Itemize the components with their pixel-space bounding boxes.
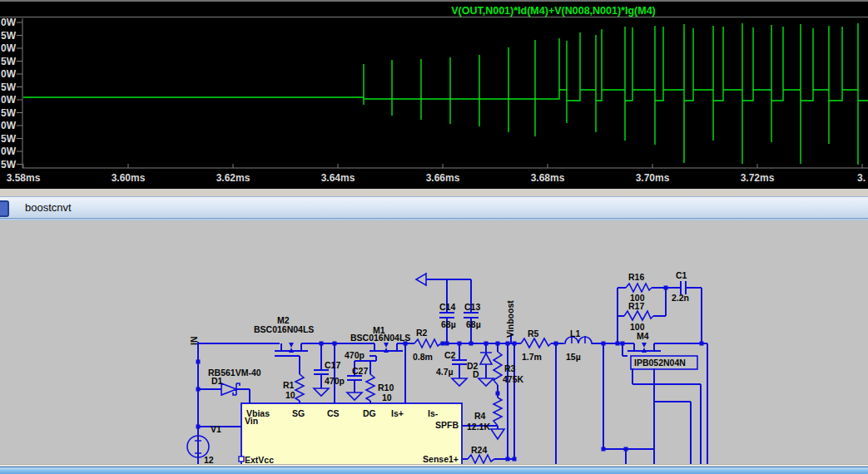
c17-name[interactable]: C17: [325, 360, 340, 370]
schematic-titlebar[interactable]: boostcnvt: [0, 197, 868, 219]
c14-name[interactable]: C14: [439, 302, 455, 312]
extvcc-pin-square: [239, 457, 244, 462]
resistor-r4[interactable]: R4 12.1K: [467, 397, 504, 439]
y-axis-label: 0W: [1, 17, 17, 28]
m4-name[interactable]: M4: [637, 331, 649, 341]
plot-frame: [22, 18, 868, 168]
y-axis: 0W5W0W5W0W5W0W5W0W5W0W5W: [1, 17, 22, 170]
schematic-canvas[interactable]: IN Vinboost V1 12 RB561VM-40 D1 M2 BSC01…: [0, 220, 868, 464]
y-axis-label: 0W: [1, 68, 17, 80]
x-axis-label: 3.70ms: [636, 172, 670, 184]
r4-name[interactable]: R4: [474, 411, 486, 421]
resistor-r10[interactable]: R10 10: [366, 374, 394, 402]
voltage-source-v1[interactable]: V1 12: [187, 424, 221, 464]
c1-name[interactable]: C1: [676, 270, 687, 280]
c14-value[interactable]: 68µ: [441, 319, 456, 329]
r17-name[interactable]: R17: [628, 301, 644, 311]
inductor-l1[interactable]: L1 15µ: [563, 328, 593, 362]
c1-value[interactable]: 2.2n: [672, 293, 689, 303]
capacitor-c1[interactable]: C1 2.2n: [672, 270, 689, 303]
diode-d2[interactable]: D2 D: [467, 353, 494, 386]
capacitor-c14[interactable]: C14 68µ: [439, 302, 456, 329]
y-axis-label: 0W: [1, 146, 17, 157]
port-flag-icon[interactable]: [416, 274, 426, 285]
capacitor-c13[interactable]: C13 68µ: [464, 302, 481, 329]
schematic-window-title: boostcnvt: [25, 201, 72, 214]
resistor-r24[interactable]: R24: [468, 445, 494, 463]
c17-value[interactable]: 470p: [325, 376, 345, 386]
diode-d1[interactable]: RB561VM-40 D1: [208, 368, 261, 395]
r2-value[interactable]: 0.8m: [413, 352, 433, 362]
c27-name[interactable]: C27: [352, 366, 368, 376]
r24-name[interactable]: R24: [471, 445, 487, 455]
y-axis-label: 0W: [1, 42, 17, 54]
x-axis: 3.58ms3.60ms3.62ms3.64ms3.66ms3.68ms3.70…: [7, 164, 866, 184]
power-trace[interactable]: [23, 23, 868, 165]
ic-pin-isminus: Is-: [428, 408, 439, 418]
resistor-r1[interactable]: R1 10: [283, 374, 304, 401]
ic-pin-extvcc: ExtVcc: [245, 455, 274, 464]
l1-name[interactable]: L1: [570, 328, 580, 338]
y-axis-label: 5W: [1, 159, 17, 170]
resistor-r3[interactable]: R3 475K: [494, 352, 524, 385]
r1-value[interactable]: 10: [285, 390, 295, 400]
net-label-vinboost[interactable]: Vinboost: [505, 300, 515, 338]
controller-ic[interactable]: Vbias SG CS DG Is+ Is- Vin ExtVcc SPFB S…: [239, 403, 462, 464]
m2-value[interactable]: BSC016N04LS: [254, 324, 314, 334]
resistor-r5[interactable]: R5 1.7m: [521, 328, 551, 362]
waveform-plot[interactable]: V(OUT,N001)*Id(M4)+V(N008,N001)*Ig(M4) 0…: [0, 2, 868, 189]
mosfet-m2[interactable]: M2 BSC016N04LS: [254, 315, 314, 356]
c13-value[interactable]: 68µ: [466, 319, 481, 329]
ic-pin-sg: SG: [292, 408, 305, 418]
resistor-r17[interactable]: R17 100: [624, 301, 653, 332]
r10-name[interactable]: R10: [378, 383, 394, 393]
ic-pin-dg: DG: [363, 408, 376, 418]
r5-value[interactable]: 1.7m: [522, 352, 542, 362]
bottom-window-edge: [0, 467, 868, 474]
resistor-r16[interactable]: R16 100: [626, 272, 652, 303]
d1-name[interactable]: D1: [211, 376, 223, 386]
net-label-in[interactable]: IN: [189, 337, 199, 346]
r3-value[interactable]: 475K: [503, 374, 524, 384]
y-axis-label: 5W: [1, 30, 17, 42]
r5-name[interactable]: R5: [528, 328, 539, 338]
c13-name[interactable]: C13: [464, 302, 480, 312]
mosfet-m4[interactable]: M4 IPB052N04N: [622, 331, 697, 369]
capacitor-c2[interactable]: C2 4.7µ: [436, 350, 467, 386]
r2-name[interactable]: R2: [416, 328, 428, 338]
trace-expression-label[interactable]: V(OUT,N001)*Id(M4)+V(N008,N001)*Ig(M4): [451, 5, 656, 17]
y-axis-label: 5W: [1, 81, 17, 93]
m1-value[interactable]: BSC016N04LS: [350, 333, 410, 343]
x-axis-label: 3.: [857, 172, 866, 184]
pane-separator: [0, 189, 868, 197]
x-axis-label: 3.62ms: [216, 172, 250, 184]
r10-value[interactable]: 10: [382, 393, 392, 402]
y-axis-label: 5W: [1, 107, 17, 119]
resistor-r2[interactable]: R2 0.8m: [413, 328, 441, 362]
waveform-pane[interactable]: V(OUT,N001)*Id(M4)+V(N008,N001)*Ig(M4) 0…: [0, 2, 868, 189]
schematic-pane[interactable]: IN Vinboost V1 12 RB561VM-40 D1 M2 BSC01…: [0, 219, 868, 466]
r3-name[interactable]: R3: [504, 363, 516, 373]
m4-value[interactable]: IPB052N04N: [634, 358, 686, 368]
r16-name[interactable]: R16: [628, 272, 644, 282]
c2-name[interactable]: C2: [444, 350, 456, 360]
ic-pin-vin: Vin: [245, 416, 258, 426]
r4-value[interactable]: 12.1K: [467, 422, 490, 432]
y-axis-label: 0W: [1, 94, 17, 106]
c2-value[interactable]: 4.7µ: [436, 367, 454, 377]
l1-value[interactable]: 15µ: [566, 352, 581, 362]
r1-name[interactable]: R1: [283, 380, 295, 390]
capacitor-c27[interactable]: 470p C27: [345, 350, 368, 400]
x-axis-label: 3.72ms: [741, 172, 775, 184]
y-axis-label: 0W: [1, 120, 17, 131]
x-axis-label: 3.68ms: [531, 172, 565, 184]
d2-value[interactable]: D: [473, 369, 479, 379]
c27-value[interactable]: 470p: [345, 350, 365, 360]
v1-name[interactable]: V1: [211, 424, 221, 434]
ic-pin-spfb: SPFB: [435, 420, 459, 430]
v1-value[interactable]: 12: [204, 455, 214, 464]
y-axis-label: 5W: [1, 133, 17, 145]
ic-pin-isplus: Is+: [391, 408, 404, 418]
y-axis-label: 5W: [1, 56, 17, 67]
capacitor-c17[interactable]: C17 470p: [314, 360, 345, 396]
